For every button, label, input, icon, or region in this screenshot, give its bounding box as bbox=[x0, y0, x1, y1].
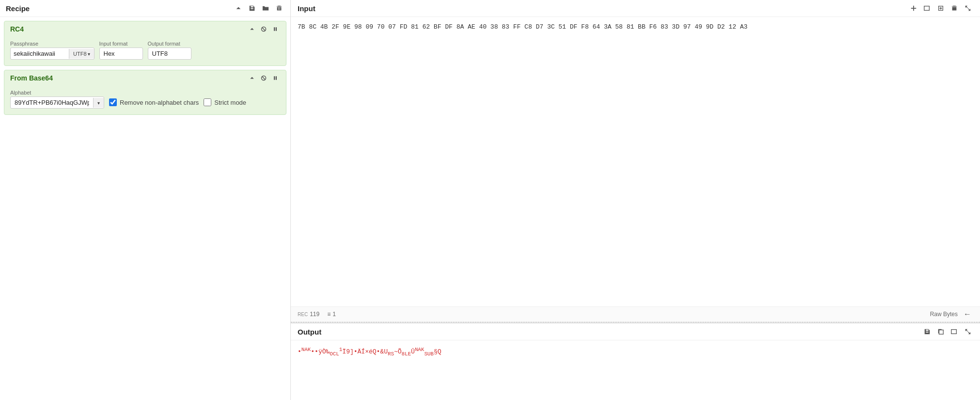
input-arrow-button[interactable]: ← bbox=[962, 309, 973, 320]
from-base64-card-body: Alphabet Remove non-alphabet chars bbox=[4, 86, 286, 114]
output-section: Output •NAK••ÿÒ‰OCL1Ï9]•ÄÍ×éQ•&URS~Õ8LEÛ… bbox=[291, 322, 980, 400]
svg-rect-2 bbox=[274, 27, 275, 31]
output-new-window-button[interactable] bbox=[949, 327, 960, 336]
rc4-passphrase-input-wrapper: UTF8 bbox=[10, 48, 95, 60]
from-base64-alphabet-dropdown-button[interactable] bbox=[93, 98, 104, 108]
output-actions bbox=[922, 327, 973, 336]
svg-rect-9 bbox=[939, 330, 944, 335]
rc4-input-format-group: Input format bbox=[99, 41, 143, 60]
output-title: Output bbox=[298, 328, 321, 336]
rc4-card-header: RC4 bbox=[4, 21, 286, 37]
strict-mode-label[interactable]: Strict mode bbox=[214, 99, 246, 106]
from-base64-title: From Base64 bbox=[10, 74, 53, 82]
strict-mode-checkbox[interactable] bbox=[204, 98, 211, 106]
arrow-left-icon: ← bbox=[964, 310, 971, 319]
rc4-disable-button[interactable] bbox=[259, 25, 269, 33]
input-title: Input bbox=[298, 4, 316, 13]
open-recipe-button[interactable] bbox=[260, 4, 271, 13]
from-base64-pause-button[interactable] bbox=[270, 74, 280, 82]
svg-line-5 bbox=[262, 77, 265, 80]
rc4-input-format-input[interactable] bbox=[99, 48, 143, 60]
input-load-button[interactable] bbox=[935, 4, 946, 13]
rc4-input-format-label: Input format bbox=[99, 41, 143, 47]
input-actions bbox=[908, 4, 973, 13]
input-footer-right: Raw Bytes ← bbox=[930, 309, 973, 320]
input-add-button[interactable] bbox=[908, 4, 919, 13]
rc4-passphrase-label: Passphrase bbox=[10, 41, 95, 47]
delete-recipe-button[interactable] bbox=[274, 4, 285, 13]
svg-rect-8 bbox=[924, 6, 930, 11]
input-section: Input 7B 8C 4B 2F 9E 98 09 70 0 bbox=[291, 0, 980, 322]
raw-bytes-label: Raw Bytes bbox=[930, 311, 958, 318]
from-base64-collapse-button[interactable] bbox=[247, 74, 257, 82]
output-section-header: Output bbox=[291, 323, 980, 340]
lines-count: 1 bbox=[332, 311, 336, 318]
rc4-card-body: Passphrase UTF8 Input format bbox=[4, 37, 286, 65]
remove-nonalpha-checkbox[interactable] bbox=[109, 98, 117, 106]
input-footer-left: REC 119 ≡ 1 bbox=[298, 311, 336, 318]
rc4-passphrase-input[interactable] bbox=[11, 48, 69, 59]
save-recipe-button[interactable] bbox=[247, 4, 257, 13]
input-content[interactable]: 7B 8C 4B 2F 9E 98 09 70 07 FD 81 62 BF D… bbox=[291, 17, 980, 306]
recipe-content: RC4 Passphrase bbox=[0, 17, 290, 400]
output-copy-button[interactable] bbox=[935, 327, 946, 336]
from-base64-actions bbox=[247, 74, 280, 82]
rc4-collapse-button[interactable] bbox=[247, 25, 257, 33]
rc4-output-format-input[interactable] bbox=[148, 48, 191, 60]
rc4-card: RC4 Passphrase bbox=[4, 21, 286, 66]
rc4-passphrase-group: Passphrase UTF8 bbox=[10, 41, 95, 60]
recipe-title: Recipe bbox=[6, 4, 30, 13]
rc4-pause-button[interactable] bbox=[270, 25, 280, 33]
recipe-panel: Recipe RC4 bbox=[0, 0, 291, 400]
rc4-passphrase-encoding-button[interactable]: UTF8 bbox=[69, 49, 94, 59]
recipe-header-actions bbox=[233, 4, 285, 13]
input-delete-button[interactable] bbox=[949, 4, 960, 13]
rec-count: 119 bbox=[310, 311, 319, 318]
input-rec-stat: REC 119 bbox=[298, 311, 319, 318]
input-expand-button[interactable] bbox=[963, 4, 973, 13]
input-section-header: Input bbox=[291, 0, 980, 17]
chevron-down-icon bbox=[97, 100, 100, 106]
chevron-down-icon bbox=[88, 51, 90, 57]
output-text: •NAK••ÿÒ‰OCL1Ï9]•ÄÍ×éQ•&URS~Õ8LEÛNAKSUB§… bbox=[298, 348, 441, 355]
output-content: •NAK••ÿÒ‰OCL1Ï9]•ÄÍ×éQ•&URS~Õ8LEÛNAKSUB§… bbox=[291, 340, 980, 400]
strict-mode-group: Strict mode bbox=[204, 98, 246, 106]
from-base64-alphabet-label: Alphabet bbox=[10, 90, 104, 96]
from-base64-alphabet-select-wrapper bbox=[10, 96, 104, 109]
from-base64-card: From Base64 Alphabet bbox=[4, 70, 286, 115]
svg-line-1 bbox=[262, 28, 265, 31]
recipe-header: Recipe bbox=[0, 0, 290, 17]
from-base64-card-header: From Base64 bbox=[4, 70, 286, 86]
collapse-recipe-button[interactable] bbox=[233, 4, 244, 13]
rc4-actions bbox=[247, 25, 280, 33]
remove-nonalpha-label[interactable]: Remove non-alphabet chars bbox=[120, 99, 199, 106]
rc4-output-format-group: Output format bbox=[148, 41, 191, 60]
svg-rect-7 bbox=[276, 76, 277, 80]
svg-rect-6 bbox=[274, 76, 275, 80]
output-expand-button[interactable] bbox=[963, 327, 973, 336]
input-footer: REC 119 ≡ 1 Raw Bytes ← bbox=[291, 306, 980, 322]
from-base64-alphabet-group: Alphabet bbox=[10, 90, 104, 109]
svg-rect-3 bbox=[276, 27, 277, 31]
from-base64-disable-button[interactable] bbox=[259, 74, 269, 82]
lines-icon: ≡ bbox=[327, 311, 331, 318]
right-panel: Input 7B 8C 4B 2F 9E 98 09 70 0 bbox=[291, 0, 980, 400]
from-base64-alphabet-input[interactable] bbox=[11, 97, 93, 108]
output-save-button[interactable] bbox=[922, 327, 933, 336]
rc4-title: RC4 bbox=[10, 25, 24, 33]
rec-label: REC bbox=[298, 312, 308, 317]
svg-rect-10 bbox=[951, 330, 957, 334]
input-lines-stat: ≡ 1 bbox=[327, 311, 336, 318]
remove-nonalpha-group: Remove non-alphabet chars bbox=[109, 98, 199, 106]
input-new-window-button[interactable] bbox=[922, 4, 933, 13]
rc4-output-format-label: Output format bbox=[148, 41, 191, 47]
